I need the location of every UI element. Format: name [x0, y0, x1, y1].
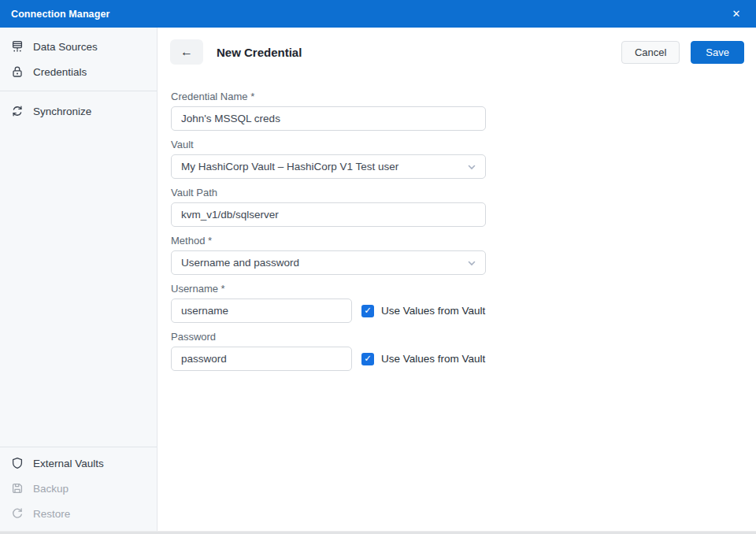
sidebar-group-top: Data Sources Credentials: [0, 28, 157, 91]
backup-icon: [11, 482, 24, 495]
credential-form: Credential Name * Vault My HashiCorp Vau…: [170, 91, 744, 371]
method-select[interactable]: Username and password: [171, 250, 486, 275]
checkbox-checked-icon: ✓: [361, 305, 374, 317]
sidebar: Data Sources Credentials: [0, 28, 158, 531]
window-title: Connection Manager: [11, 9, 109, 20]
sidebar-item-label: External Vaults: [33, 458, 104, 469]
external-vaults-icon: [11, 457, 24, 469]
password-field: Password ✓ Use Values from Vault: [171, 331, 744, 371]
window-bottom-shadow: [0, 531, 756, 534]
use-vault-checkbox-label: Use Values from Vault: [381, 353, 485, 365]
vault-path-input[interactable]: [171, 202, 486, 227]
sidebar-item-data-sources[interactable]: Data Sources: [0, 34, 157, 59]
back-button[interactable]: ←: [170, 39, 203, 65]
username-use-vault-checkbox[interactable]: ✓ Use Values from Vault: [361, 305, 485, 317]
method-label: Method *: [171, 235, 744, 247]
password-label: Password: [171, 331, 744, 343]
connection-manager-window: Connection Manager ✕: [0, 0, 756, 534]
sidebar-item-label: Data Sources: [33, 41, 98, 53]
vault-label: Vault: [171, 139, 744, 150]
credential-name-input[interactable]: [171, 106, 486, 131]
sidebar-item-restore[interactable]: Restore: [0, 501, 157, 526]
password-use-vault-checkbox[interactable]: ✓ Use Values from Vault: [361, 353, 485, 365]
page-title: New Credential: [217, 46, 302, 59]
synchronize-icon: [11, 105, 24, 117]
titlebar: Connection Manager ✕: [0, 0, 756, 28]
vault-select-value: My HashiCorp Vault – HashiCorp V1 Test u…: [181, 161, 398, 172]
credential-name-label: Credential Name *: [171, 91, 744, 102]
sidebar-group-middle: Synchronize: [0, 91, 157, 447]
sidebar-item-synchronize[interactable]: Synchronize: [0, 98, 157, 124]
chevron-down-icon: [466, 161, 477, 175]
vault-field: Vault My HashiCorp Vault – HashiCorp V1 …: [171, 139, 744, 179]
chevron-down-icon: [466, 258, 477, 271]
content-panel: ← New Credential Cancel Save Credential …: [158, 28, 756, 531]
use-vault-checkbox-label: Use Values from Vault: [381, 305, 485, 317]
sidebar-item-backup[interactable]: Backup: [0, 476, 157, 501]
sidebar-item-label: Backup: [33, 483, 69, 495]
sidebar-item-credentials[interactable]: Credentials: [0, 59, 157, 84]
vault-select[interactable]: My HashiCorp Vault – HashiCorp V1 Test u…: [171, 154, 486, 179]
sidebar-item-label: Synchronize: [33, 106, 91, 117]
method-field: Method * Username and password: [171, 235, 744, 275]
username-input[interactable]: [171, 299, 352, 323]
close-icon[interactable]: ✕: [728, 6, 745, 23]
vault-path-label: Vault Path: [171, 187, 744, 198]
sidebar-item-external-vaults[interactable]: External Vaults: [0, 451, 157, 476]
checkbox-checked-icon: ✓: [361, 353, 374, 365]
credential-name-field: Credential Name *: [171, 91, 744, 131]
method-select-value: Username and password: [181, 257, 299, 269]
sidebar-group-bottom: External Vaults Backup: [0, 447, 157, 531]
username-field: Username * ✓ Use Values from Vault: [171, 283, 744, 323]
sidebar-item-label: Credentials: [33, 66, 87, 78]
sidebar-item-label: Restore: [33, 508, 70, 520]
save-button[interactable]: Save: [691, 41, 744, 64]
back-arrow-icon: ←: [180, 45, 193, 59]
restore-icon: [11, 507, 24, 520]
username-label: Username *: [171, 283, 744, 295]
cancel-button[interactable]: Cancel: [621, 41, 680, 64]
credentials-icon: [11, 65, 24, 78]
data-sources-icon: [11, 40, 24, 53]
content-header: ← New Credential Cancel Save: [170, 39, 744, 65]
vault-path-field: Vault Path: [171, 187, 744, 227]
password-input[interactable]: [171, 347, 352, 371]
